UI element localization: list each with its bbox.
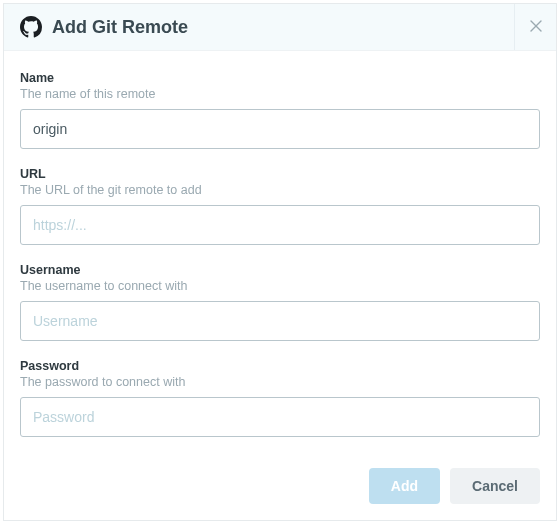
close-icon: [530, 20, 542, 34]
dialog-title: Add Git Remote: [52, 17, 188, 38]
field-password: Password The password to connect with: [20, 359, 540, 437]
dialog-header: Add Git Remote: [4, 4, 556, 51]
url-input[interactable]: [20, 205, 540, 245]
name-input[interactable]: [20, 109, 540, 149]
username-input[interactable]: [20, 301, 540, 341]
username-help: The username to connect with: [20, 279, 540, 293]
add-git-remote-dialog: Add Git Remote Name The name of this rem…: [3, 3, 557, 521]
field-url: URL The URL of the git remote to add: [20, 167, 540, 245]
github-icon: [20, 16, 42, 38]
name-help: The name of this remote: [20, 87, 540, 101]
close-button[interactable]: [514, 4, 556, 50]
password-label: Password: [20, 359, 540, 373]
name-label: Name: [20, 71, 540, 85]
field-name: Name The name of this remote: [20, 71, 540, 149]
add-button[interactable]: Add: [369, 468, 440, 504]
dialog-body: Name The name of this remote URL The URL…: [4, 51, 556, 454]
password-help: The password to connect with: [20, 375, 540, 389]
url-label: URL: [20, 167, 540, 181]
field-username: Username The username to connect with: [20, 263, 540, 341]
header-main: Add Git Remote: [4, 4, 514, 50]
url-help: The URL of the git remote to add: [20, 183, 540, 197]
username-label: Username: [20, 263, 540, 277]
dialog-footer: Add Cancel: [4, 454, 556, 520]
cancel-button[interactable]: Cancel: [450, 468, 540, 504]
password-input[interactable]: [20, 397, 540, 437]
